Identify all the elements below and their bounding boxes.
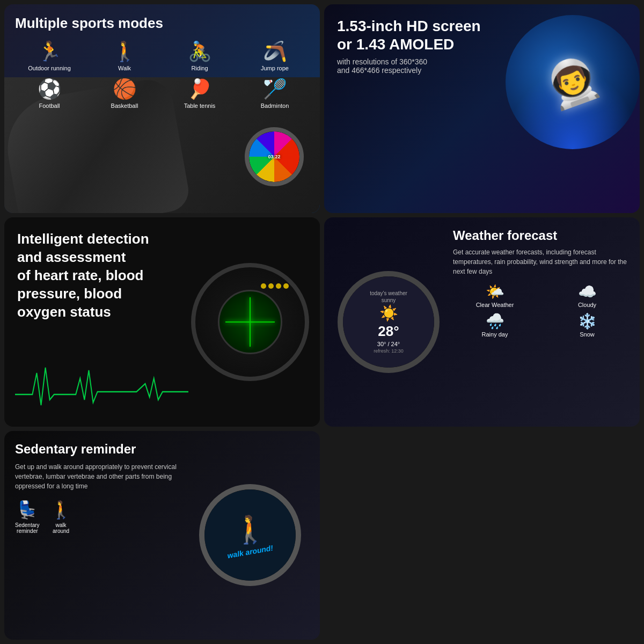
sport-basketball-label: Basketball [111, 103, 138, 109]
hd-desc-line2: and 466*466 respectively [337, 66, 421, 75]
tabletennis-icon: 🏓 [188, 78, 212, 100]
sitting-icon: 💺 [17, 500, 38, 520]
weather-watch-area: today's weather sunny ☀️ 28° 30° / 24° r… [330, 228, 448, 415]
panel-sports: Multiple sports modes 🏃 Outdoor running … [4, 4, 320, 213]
sensor-cross-vertical [250, 297, 251, 346]
riding-icon: 🚴 [188, 40, 212, 63]
cloudy-label: Cloudy [578, 302, 596, 308]
sport-tabletennis-label: Table tennis [184, 103, 216, 109]
walk-figure-display: 🚶 [233, 514, 267, 545]
arm-watch-container: 03:22 [245, 127, 304, 186]
snow-icon: ❄️ [578, 312, 597, 330]
heart-line4: pressure, blood [17, 286, 122, 302]
weather-type-snow: ❄️ Snow [545, 312, 629, 338]
sport-outdoor-running-label: Outdoor running [28, 65, 71, 71]
walk-icon: 🚶 [113, 40, 137, 63]
heart-line1: Intelligent detection [17, 231, 149, 247]
heart-line5: oxygen status [17, 304, 111, 320]
rainy-label: Rainy day [482, 331, 508, 338]
ww-temperature: 28° [378, 323, 399, 340]
sport-jumprope: 🪃 Jump rope [240, 40, 309, 71]
ww-temp-range: 30° / 24° [377, 341, 400, 347]
panel-weather: today's weather sunny ☀️ 28° 30° / 24° r… [324, 217, 640, 426]
watch-back-circle [191, 263, 309, 381]
sedentary-title: Sedentary reminder [15, 442, 191, 457]
jumprope-icon: 🪃 [263, 40, 287, 63]
sport-badminton: 🏸 Badminton [240, 78, 309, 109]
running-icon: 🏃 [38, 40, 62, 63]
charge-dot-3 [276, 283, 281, 289]
sedentary-watch-face: 🚶 walk around! [204, 489, 296, 581]
sports-row2: ⚽ Football 🏀 Basketball 🏓 Table tennis 🏸… [15, 78, 309, 109]
charge-dot-1 [261, 283, 266, 289]
heart-title: Intelligent detection and assessment of … [17, 230, 177, 321]
sport-football-label: Football [39, 103, 60, 109]
sport-badminton-label: Badminton [261, 103, 289, 109]
heart-line3: of heart rate, blood [17, 267, 143, 283]
weather-watch: today's weather sunny ☀️ 28° 30° / 24° r… [338, 271, 440, 373]
sport-basketball: 🏀 Basketball [90, 78, 159, 109]
sport-walk: 🚶 Walk [90, 40, 159, 71]
weather-type-rainy: 🌧️ Rainy day [453, 312, 537, 338]
sedentary-mode-walk-label: walkaround [53, 522, 69, 534]
panel-hd: 1.53-inch HD screen or 1.43 AMOLED with … [324, 4, 640, 213]
badminton-icon: 🏸 [263, 78, 287, 100]
weather-type-clear: 🌤️ Clear Weather [453, 283, 537, 308]
wrist-time: 03:22 [268, 154, 280, 159]
ww-condition: sunny [382, 297, 396, 303]
sedentary-mode-sitting: 💺 Sedentaryreminder [15, 500, 40, 534]
sport-riding: 🚴 Riding [165, 40, 234, 71]
football-icon: ⚽ [38, 78, 62, 100]
ww-refresh-time: refresh: 12:30 [374, 348, 404, 354]
main-grid: Multiple sports modes 🏃 Outdoor running … [0, 0, 644, 644]
walk-around-text: walk around! [226, 544, 274, 560]
heart-line2: and assessment [17, 249, 126, 265]
sport-jumprope-label: Jump rope [261, 65, 289, 71]
weather-type-cloudy: ☁️ Cloudy [545, 283, 629, 308]
astronaut-area: 👨‍🚀 [495, 10, 640, 160]
sedentary-watch: 🚶 walk around! [199, 484, 301, 586]
hd-title-line2: or 1.43 AMOLED [337, 36, 454, 53]
clear-weather-icon: 🌤️ [486, 283, 504, 301]
hd-title-line1: 1.53-inch HD screen [337, 18, 481, 34]
astronaut-circle: 👨‍🚀 [506, 15, 640, 149]
weather-watch-face: today's weather sunny ☀️ 28° 30° / 24° r… [343, 276, 434, 368]
sedentary-watch-area: 🚶 walk around! [191, 442, 309, 629]
sedentary-text: Sedentary reminder Get up and walk aroun… [15, 442, 191, 629]
weather-info: Weather forecast Get accurate weather fo… [448, 228, 629, 415]
walk-around-icon: 🚶 [50, 500, 72, 520]
sport-tabletennis: 🏓 Table tennis [165, 78, 234, 109]
charge-dots [261, 283, 289, 289]
basketball-icon: 🏀 [113, 78, 137, 100]
snow-label: Snow [580, 331, 595, 338]
heartrate-chart [15, 362, 188, 416]
sport-outdoor-running: 🏃 Outdoor running [15, 40, 84, 71]
sedentary-modes-row: 💺 Sedentaryreminder 🚶 walkaround [15, 500, 191, 534]
wrist-watch: 03:22 [245, 127, 304, 186]
charge-dot-2 [268, 283, 274, 289]
panel-heart: Intelligent detection and assessment of … [4, 217, 320, 426]
weather-description: Get accurate weather forecasts, includin… [453, 247, 629, 276]
sports-title: Multiple sports modes [15, 15, 309, 32]
hd-desc-line1: with resolutions of 360*360 [337, 57, 427, 66]
sport-riding-label: Riding [191, 65, 208, 71]
sport-walk-label: Walk [118, 65, 131, 71]
sports-content: Multiple sports modes 🏃 Outdoor running … [15, 15, 309, 109]
sports-row1: 🏃 Outdoor running 🚶 Walk 🚴 Riding 🪃 Jump… [15, 40, 309, 71]
rainy-icon: 🌧️ [486, 312, 504, 330]
ww-today-label: today's weather [370, 290, 407, 296]
clear-weather-label: Clear Weather [476, 302, 514, 308]
panel-sedentary: Sedentary reminder Get up and walk aroun… [4, 431, 320, 640]
weather-title: Weather forecast [453, 228, 629, 243]
ecg-line [15, 368, 188, 405]
sedentary-mode-walk: 🚶 walkaround [50, 500, 72, 534]
weather-types-grid: 🌤️ Clear Weather ☁️ Cloudy 🌧️ Rainy day … [453, 283, 629, 338]
sport-football: ⚽ Football [15, 78, 84, 109]
sedentary-description: Get up and walk around appropriately to … [15, 462, 191, 491]
cloudy-icon: ☁️ [578, 283, 597, 301]
ww-sun-icon: ☀️ [379, 304, 398, 322]
charge-dot-4 [283, 283, 289, 289]
sedentary-mode-sitting-label: Sedentaryreminder [15, 522, 40, 534]
sensor-circle [218, 290, 282, 354]
